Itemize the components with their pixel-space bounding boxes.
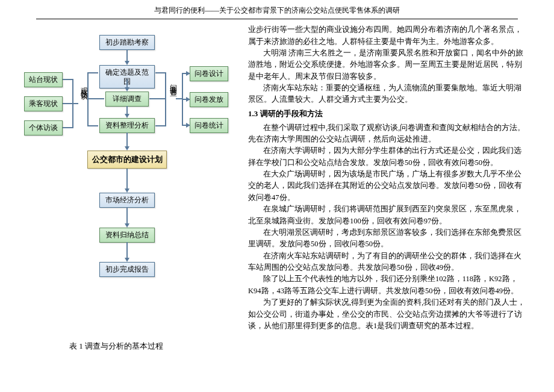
node-transit-plan: 公交都市的建设计划 — [87, 151, 167, 169]
node-questionnaire-design: 问卷设计 — [190, 66, 228, 81]
arrow — [125, 258, 129, 262]
line — [87, 125, 98, 126]
line — [126, 207, 128, 225]
text-column: 业步行街等一些大型的商业设施分布四周。她四周分布着济南的几个著名景点，属于来济旅… — [248, 24, 536, 332]
line — [63, 127, 72, 128]
paragraph: 在济南大学调研时，因为大部分学生群体的出行方式还是公交，因此我们选择在学校门口和… — [248, 145, 527, 169]
paragraph: 大明湖 济南三大名胜之一，是济南重要风景名胜和开放窗口，闻名中外的旅游胜地，附近… — [248, 48, 527, 82]
paragraph: 为了更好的了解实际状况,得到更为全面的资料,我们还对有关的部门及人士，如公交公司… — [248, 297, 527, 332]
node-report: 初步完成报告 — [99, 262, 155, 276]
label-questionnaire-survey: 问卷调查 — [167, 78, 179, 86]
line — [87, 98, 104, 99]
line — [126, 242, 128, 260]
node-questionnaire-distribute: 问卷发放 — [190, 92, 228, 107]
paragraph: 在泉城广场调研时，我们将调研范围扩展到西至趵突泉景区，东至黑虎泉，北至泉城路商业… — [248, 204, 527, 227]
line — [176, 98, 182, 99]
arrow — [125, 223, 129, 228]
line — [155, 72, 165, 73]
page-header: 与君同行的便利——关于公交都市背景下的济南公交站点便民零售体系的调研 — [36, 0, 518, 19]
paragraph: 济南火车站东站：重要的交通枢纽，为人流物流的重要集散地。靠近大明湖景区。人流量较… — [248, 82, 527, 106]
node-summary: 资料归纳总结 — [99, 228, 155, 242]
arrow — [125, 146, 129, 151]
line — [155, 125, 165, 126]
table-caption: 表 1 调查与分析的基本过程 — [69, 340, 163, 353]
line — [87, 72, 98, 73]
paragraph: 除了以上五个代表性的地方以外，我们还分别乘坐102路，118路，K92路，K94… — [248, 273, 527, 297]
arrow — [125, 61, 129, 65]
paragraph: 业步行街等一些大型的商业设施分布四周。她四周分布着济南的几个著名景点，属于来济旅… — [248, 24, 527, 48]
line — [87, 72, 89, 126]
node-individual-interview: 个体访谈 — [24, 120, 63, 135]
paragraph: 在大明湖景区调研时，考虑到东部景区游客较多，我们选择在东部免费景区里调研。发放问… — [248, 227, 527, 250]
node-initial-survey: 初步踏勘考察 — [99, 35, 155, 49]
page-content: 初步踏勘考察 确定选题及范围 详细调查 资料整理分析 公交都市的建设计划 市场经… — [0, 19, 554, 332]
node-passenger-status: 乘客现状 — [24, 96, 63, 111]
line — [165, 72, 166, 126]
arrow — [125, 114, 129, 118]
arrow — [125, 188, 129, 193]
arrow — [186, 97, 190, 102]
paragraph: 在整个调研过程中,我们采取了观察访谈,问卷调查和查阅文献相结合的方法。先在济南大… — [248, 122, 527, 146]
arrow — [186, 123, 190, 128]
arrow — [186, 71, 190, 76]
section-heading: 1.3 调研的手段和方法 — [248, 108, 527, 120]
flowchart-column: 初步踏勘考察 确定选题及范围 详细调查 资料整理分析 公交都市的建设计划 市场经… — [18, 24, 241, 332]
node-market-analysis: 市场经济分析 — [99, 193, 155, 207]
paragraph: 在大众广场调研时，因为该场是市民广场，广场上有很多岁数大几乎不坐公交的老人，因此… — [248, 169, 527, 204]
node-detailed-survey: 详细调查 — [105, 92, 149, 106]
node-platform-status: 站台现状 — [24, 72, 63, 87]
paragraph: 在济南火车站东站调研时，为了有目的的调研坐公交的群体，我们选择在火车站周围的公交… — [248, 250, 527, 274]
line — [149, 98, 165, 99]
arrow — [125, 87, 129, 92]
line — [126, 169, 128, 190]
line — [72, 103, 78, 104]
line — [63, 103, 72, 104]
line — [63, 79, 72, 80]
node-data-analysis: 资料整理分析 — [99, 118, 155, 132]
node-questionnaire-stats: 问卷统计 — [190, 118, 228, 132]
